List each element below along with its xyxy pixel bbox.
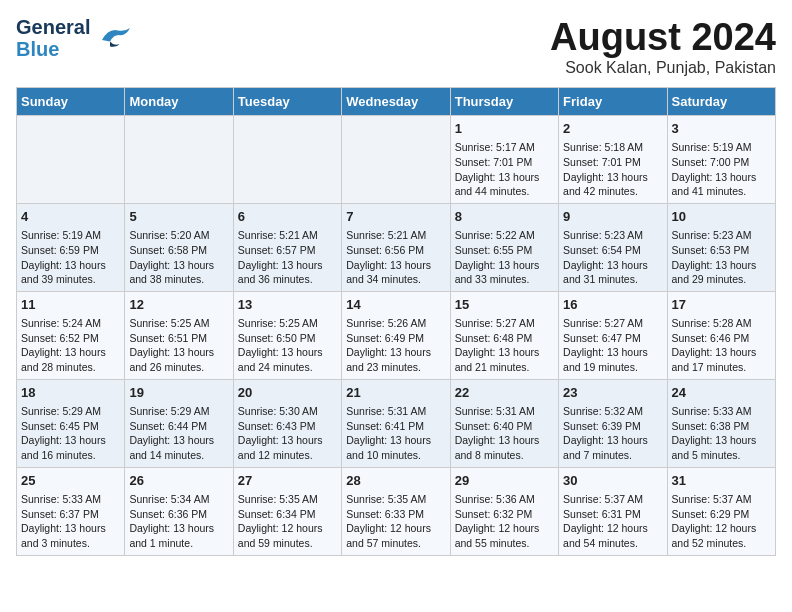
col-thursday: Thursday [450, 88, 558, 116]
day-content: Daylight: 13 hours [238, 433, 337, 448]
table-row: 19Sunrise: 5:29 AMSunset: 6:44 PMDayligh… [125, 379, 233, 467]
day-content: Sunset: 6:49 PM [346, 331, 445, 346]
table-row: 28Sunrise: 5:35 AMSunset: 6:33 PMDayligh… [342, 467, 450, 555]
day-content: Daylight: 13 hours [563, 345, 662, 360]
day-content: Sunrise: 5:37 AM [672, 492, 771, 507]
day-content: Sunrise: 5:23 AM [672, 228, 771, 243]
day-content: Sunrise: 5:31 AM [346, 404, 445, 419]
day-content: and 23 minutes. [346, 360, 445, 375]
day-number: 30 [563, 472, 662, 490]
day-number: 20 [238, 384, 337, 402]
col-saturday: Saturday [667, 88, 775, 116]
day-content: Daylight: 13 hours [238, 345, 337, 360]
day-number: 10 [672, 208, 771, 226]
day-content: Sunrise: 5:33 AM [21, 492, 120, 507]
day-number: 5 [129, 208, 228, 226]
day-content: Daylight: 12 hours [672, 521, 771, 536]
table-row: 16Sunrise: 5:27 AMSunset: 6:47 PMDayligh… [559, 291, 667, 379]
day-content: Daylight: 13 hours [21, 345, 120, 360]
table-row [342, 116, 450, 204]
day-content: Sunset: 6:48 PM [455, 331, 554, 346]
day-content: Sunrise: 5:19 AM [672, 140, 771, 155]
day-number: 24 [672, 384, 771, 402]
table-row: 13Sunrise: 5:25 AMSunset: 6:50 PMDayligh… [233, 291, 341, 379]
day-content: Sunset: 6:40 PM [455, 419, 554, 434]
day-content: Daylight: 12 hours [455, 521, 554, 536]
day-content: Sunset: 6:45 PM [21, 419, 120, 434]
day-content: Sunrise: 5:21 AM [238, 228, 337, 243]
calendar-header-row: Sunday Monday Tuesday Wednesday Thursday… [17, 88, 776, 116]
day-content: Sunset: 6:31 PM [563, 507, 662, 522]
day-number: 25 [21, 472, 120, 490]
day-content: Daylight: 13 hours [563, 170, 662, 185]
day-content: Sunrise: 5:31 AM [455, 404, 554, 419]
day-content: and 33 minutes. [455, 272, 554, 287]
day-content: Sunset: 6:34 PM [238, 507, 337, 522]
table-row: 27Sunrise: 5:35 AMSunset: 6:34 PMDayligh… [233, 467, 341, 555]
day-number: 11 [21, 296, 120, 314]
table-row [233, 116, 341, 204]
day-content: and 59 minutes. [238, 536, 337, 551]
calendar-week-row: 18Sunrise: 5:29 AMSunset: 6:45 PMDayligh… [17, 379, 776, 467]
table-row [17, 116, 125, 204]
day-content: Daylight: 13 hours [563, 258, 662, 273]
table-row: 23Sunrise: 5:32 AMSunset: 6:39 PMDayligh… [559, 379, 667, 467]
day-content: and 55 minutes. [455, 536, 554, 551]
table-row: 18Sunrise: 5:29 AMSunset: 6:45 PMDayligh… [17, 379, 125, 467]
logo: General Blue [16, 16, 134, 60]
day-number: 26 [129, 472, 228, 490]
calendar-week-row: 1Sunrise: 5:17 AMSunset: 7:01 PMDaylight… [17, 116, 776, 204]
day-content: Sunset: 6:39 PM [563, 419, 662, 434]
day-content: Sunrise: 5:24 AM [21, 316, 120, 331]
day-content: Sunrise: 5:27 AM [455, 316, 554, 331]
day-content: Daylight: 13 hours [21, 521, 120, 536]
day-number: 19 [129, 384, 228, 402]
col-friday: Friday [559, 88, 667, 116]
table-row: 12Sunrise: 5:25 AMSunset: 6:51 PMDayligh… [125, 291, 233, 379]
day-content: Daylight: 13 hours [455, 170, 554, 185]
day-content: Daylight: 13 hours [455, 258, 554, 273]
day-number: 4 [21, 208, 120, 226]
day-number: 2 [563, 120, 662, 138]
day-content: Sunrise: 5:35 AM [346, 492, 445, 507]
day-content: and 44 minutes. [455, 184, 554, 199]
table-row: 6Sunrise: 5:21 AMSunset: 6:57 PMDaylight… [233, 203, 341, 291]
day-content: Daylight: 13 hours [563, 433, 662, 448]
day-number: 16 [563, 296, 662, 314]
table-row: 10Sunrise: 5:23 AMSunset: 6:53 PMDayligh… [667, 203, 775, 291]
day-content: Sunrise: 5:29 AM [129, 404, 228, 419]
table-row [125, 116, 233, 204]
day-content: and 3 minutes. [21, 536, 120, 551]
day-number: 29 [455, 472, 554, 490]
day-content: Daylight: 13 hours [129, 521, 228, 536]
day-content: Sunrise: 5:27 AM [563, 316, 662, 331]
day-number: 3 [672, 120, 771, 138]
day-content: and 28 minutes. [21, 360, 120, 375]
table-row: 25Sunrise: 5:33 AMSunset: 6:37 PMDayligh… [17, 467, 125, 555]
day-content: Sunset: 6:38 PM [672, 419, 771, 434]
day-content: Daylight: 13 hours [346, 258, 445, 273]
day-content: and 26 minutes. [129, 360, 228, 375]
day-content: Sunrise: 5:28 AM [672, 316, 771, 331]
table-row: 5Sunrise: 5:20 AMSunset: 6:58 PMDaylight… [125, 203, 233, 291]
day-number: 23 [563, 384, 662, 402]
day-content: and 31 minutes. [563, 272, 662, 287]
day-content: Sunset: 6:53 PM [672, 243, 771, 258]
day-number: 1 [455, 120, 554, 138]
table-row: 24Sunrise: 5:33 AMSunset: 6:38 PMDayligh… [667, 379, 775, 467]
day-number: 22 [455, 384, 554, 402]
day-content: Daylight: 13 hours [455, 345, 554, 360]
calendar-table: Sunday Monday Tuesday Wednesday Thursday… [16, 87, 776, 556]
day-content: and 1 minute. [129, 536, 228, 551]
day-content: Sunset: 6:56 PM [346, 243, 445, 258]
table-row: 26Sunrise: 5:34 AMSunset: 6:36 PMDayligh… [125, 467, 233, 555]
day-content: Sunrise: 5:34 AM [129, 492, 228, 507]
table-row: 29Sunrise: 5:36 AMSunset: 6:32 PMDayligh… [450, 467, 558, 555]
day-content: Sunset: 6:36 PM [129, 507, 228, 522]
day-content: Daylight: 13 hours [346, 345, 445, 360]
day-number: 17 [672, 296, 771, 314]
day-content: and 52 minutes. [672, 536, 771, 551]
day-content: Sunset: 6:47 PM [563, 331, 662, 346]
day-content: Daylight: 13 hours [238, 258, 337, 273]
day-content: Daylight: 12 hours [238, 521, 337, 536]
